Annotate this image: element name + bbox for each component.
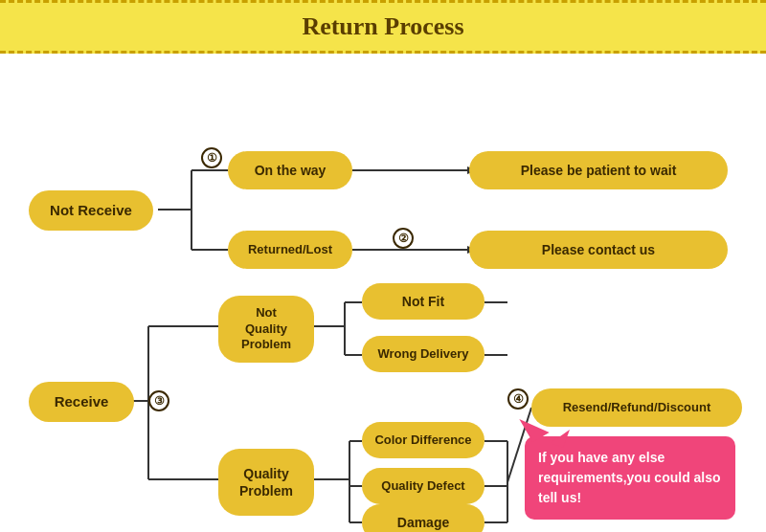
diagram-area: Not Receive On the way Returned/Lost Ple… xyxy=(0,54,766,532)
page-header: Return Process xyxy=(0,0,766,54)
contact-us-node: Please contact us xyxy=(469,231,728,269)
quality-defect-node: Quality Defect xyxy=(362,468,484,504)
not-fit-node: Not Fit xyxy=(362,283,484,320)
marker-2: ② xyxy=(393,228,414,249)
resend-node: Resend/Refund/Discount xyxy=(531,388,742,427)
marker-1: ① xyxy=(201,147,222,168)
color-diff-node: Color Difference xyxy=(362,422,484,458)
marker-3: ③ xyxy=(148,390,169,411)
page-title: Return Process xyxy=(0,12,766,41)
not-receive-node: Not Receive xyxy=(29,190,153,231)
on-the-way-node: On the way xyxy=(228,151,352,189)
returned-lost-node: Returned/Lost xyxy=(228,231,352,269)
patient-wait-node: Please be patient to wait xyxy=(469,151,728,189)
speech-bubble: If you have any else requirements,you co… xyxy=(525,436,735,520)
marker-4: ④ xyxy=(507,388,529,410)
wrong-delivery-node: Wrong Delivery xyxy=(362,336,484,372)
quality-problem-node: Quality Problem xyxy=(218,449,314,516)
not-quality-node: Not Quality Problem xyxy=(218,296,314,363)
receive-node: Receive xyxy=(29,382,134,422)
damage-node: Damage xyxy=(362,504,484,532)
